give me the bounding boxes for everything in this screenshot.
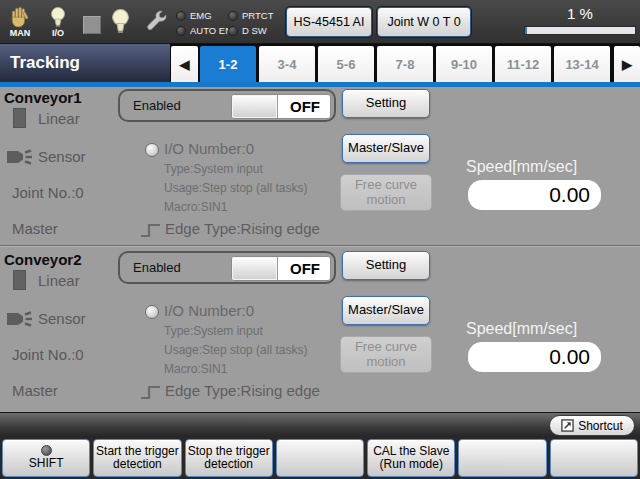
lamp-icon [110, 8, 131, 35]
speed-meter-fill [525, 27, 527, 34]
io-macro-label: Macro:SIN1 [164, 198, 307, 217]
speed-input[interactable]: 0.00 [468, 342, 601, 372]
chevron-right-icon: ▶ [622, 57, 632, 72]
io-radio-button[interactable] [145, 143, 159, 157]
tab-13-14[interactable]: 13-14 [554, 46, 610, 82]
free-curve-motion-button[interactable]: Free curve motion [340, 336, 432, 373]
role-label: Master [12, 220, 58, 237]
io-usage-label: Usage:Step stop (all tasks) [164, 341, 307, 360]
edge-type-label: Edge Type:Rising edge [165, 220, 320, 237]
prtct-led-icon [228, 11, 238, 21]
fkey-empty-1[interactable] [276, 439, 364, 477]
io-label: I/O [52, 28, 64, 38]
role-label: Master [12, 382, 58, 399]
enabled-toggle[interactable]: OFF [231, 256, 331, 281]
chevron-left-icon: ◀ [180, 57, 190, 72]
top-status-bar: MAN I/O EMG PRTCT [0, 0, 640, 44]
joint-no-label: Joint No.:0 [12, 346, 84, 363]
tab-11-12[interactable]: 11-12 [495, 46, 551, 82]
tabs-next-arrow[interactable]: ▶ [614, 46, 640, 82]
io-usage-label: Usage:Step stop (all tasks) [164, 179, 307, 198]
enabled-group: Enabled OFF [118, 251, 336, 284]
prtct-indicator: PRTCT [228, 10, 284, 21]
fkey-empty-3[interactable] [550, 439, 638, 477]
hand-icon [7, 5, 33, 29]
tab-3-4[interactable]: 3-4 [259, 46, 315, 82]
io-number-label: I/O Number:0 [164, 302, 254, 319]
io-radio-button[interactable] [145, 305, 159, 319]
toggle-state-label: OFF [280, 257, 330, 280]
function-key-bar: SHIFT Start the trigger detection Stop t… [0, 437, 640, 479]
mode-label: Linear [38, 110, 80, 127]
io-bulb-icon [49, 6, 67, 29]
io-lamp-indicator: I/O [49, 6, 67, 38]
auto-en-indicator: AUTO EN [176, 25, 228, 36]
master-slave-button[interactable]: Master/Slave [342, 134, 430, 163]
tracking-content: Conveyor1 Linear Sensor Joint No.:0 Mast… [0, 87, 640, 412]
mode-label: Linear [38, 272, 80, 289]
toggle-knob[interactable] [232, 257, 278, 280]
io-type-label: Type:System input [164, 322, 307, 341]
rising-edge-icon[interactable] [140, 384, 161, 401]
fkey-empty-2[interactable] [458, 439, 546, 477]
setting-button[interactable]: Setting [342, 251, 430, 280]
speed-input[interactable]: 0.00 [468, 180, 601, 210]
emg-led-icon [176, 11, 186, 21]
setting-button[interactable]: Setting [342, 89, 430, 118]
enabled-toggle[interactable]: OFF [231, 94, 331, 119]
linear-mode-icon [13, 270, 26, 290]
shortcut-arrow-icon [561, 419, 574, 432]
shortcut-label: Shortcut [578, 419, 623, 433]
io-details: Type:System input Usage:Step stop (all t… [164, 322, 307, 379]
sensor-icon [5, 308, 33, 330]
conveyor-name: Conveyor1 [4, 89, 82, 106]
fkey-start-trigger[interactable]: Start the trigger detection [93, 439, 181, 477]
tab-9-10[interactable]: 9-10 [436, 46, 492, 82]
fkey-stop-trigger[interactable]: Stop the trigger detection [185, 439, 273, 477]
tabs-prev-arrow[interactable]: ◀ [171, 46, 198, 82]
enabled-group: Enabled OFF [118, 89, 336, 122]
emg-indicator: EMG [176, 10, 228, 21]
status-led-panel: EMG PRTCT AUTO EN D SW [176, 8, 284, 38]
speed-override-meter[interactable] [524, 26, 636, 35]
tab-1-2[interactable]: 1-2 [200, 46, 256, 82]
speed-value: 0.00 [549, 345, 590, 368]
auto-en-led-icon [176, 26, 186, 36]
fkey-shift[interactable]: SHIFT [2, 439, 90, 477]
master-slave-button[interactable]: Master/Slave [342, 296, 430, 325]
edge-type-label: Edge Type:Rising edge [165, 382, 320, 399]
conveyor-name: Conveyor2 [4, 251, 82, 268]
trigger-label: Sensor [38, 148, 86, 165]
section-divider [0, 245, 640, 247]
speed-value: 0.00 [549, 183, 590, 206]
wrench-icon [144, 9, 169, 34]
joint-no-label: Joint No.:0 [12, 184, 84, 201]
enabled-label: Enabled [133, 91, 181, 120]
toggle-state-label: OFF [280, 95, 330, 118]
conveyor2-section: Conveyor2 Linear Sensor Joint No.:0 Mast… [0, 249, 640, 407]
rising-edge-icon[interactable] [140, 222, 161, 239]
d-sw-led-icon [228, 26, 238, 36]
io-type-label: Type:System input [164, 160, 307, 179]
speed-label: Speed[mm/sec] [466, 158, 577, 176]
toggle-knob[interactable] [232, 95, 278, 118]
tab-7-8[interactable]: 7-8 [377, 46, 433, 82]
status-square-icon [83, 16, 101, 34]
free-curve-motion-button[interactable]: Free curve motion [340, 174, 432, 211]
joint-display-button[interactable]: Joint W 0 T 0 [377, 7, 471, 37]
page-title: Tracking [0, 44, 170, 82]
shortcut-band: Shortcut [0, 412, 640, 437]
shortcut-button[interactable]: Shortcut [549, 415, 635, 436]
robot-type-button[interactable]: HS-45451 AI [286, 7, 372, 37]
shift-led-icon [41, 445, 52, 456]
tab-5-6[interactable]: 5-6 [318, 46, 374, 82]
io-macro-label: Macro:SIN1 [164, 360, 307, 379]
manual-mode-indicator: MAN [7, 5, 33, 38]
fkey-cal-slave[interactable]: CAL the Slave (Run mode) [367, 439, 455, 477]
teach-pendant-screen: MAN I/O EMG PRTCT [0, 0, 640, 479]
tracking-tab-bar: Tracking ◀ 1-2 3-4 5-6 7-8 9-10 11-12 13… [0, 44, 640, 82]
trigger-label: Sensor [38, 310, 86, 327]
conveyor1-section: Conveyor1 Linear Sensor Joint No.:0 Mast… [0, 87, 640, 245]
linear-mode-icon [13, 108, 26, 128]
d-sw-indicator: D SW [228, 25, 284, 36]
